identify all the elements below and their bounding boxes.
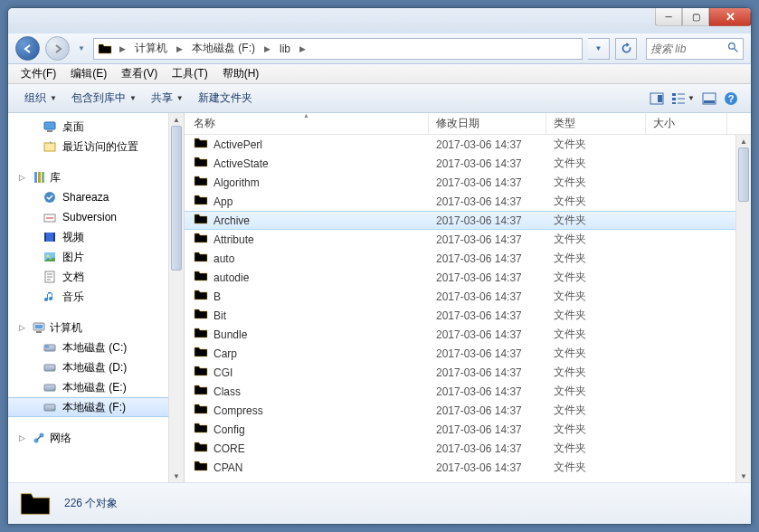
- sidebar-group-header[interactable]: ▷网络: [8, 428, 184, 448]
- column-size[interactable]: 大小: [646, 113, 727, 134]
- filelist-scrollbar[interactable]: ▲ ▼: [735, 135, 751, 482]
- share-button[interactable]: 共享▼: [144, 87, 191, 109]
- sidebar-item-label: 桌面: [62, 119, 84, 135]
- view-options-icon[interactable]: ▼: [668, 88, 698, 109]
- sidebar-item[interactable]: 本地磁盘 (C:): [8, 337, 184, 357]
- sidebar-scrollbar[interactable]: ▲ ▼: [168, 113, 184, 482]
- breadcrumb-segment[interactable]: lib: [274, 39, 296, 59]
- include-in-library-button[interactable]: 包含到库中▼: [64, 87, 144, 109]
- file-type: 文件夹: [546, 213, 646, 228]
- statusbar: 226 个对象: [8, 482, 751, 524]
- file-row[interactable]: Archive2017-03-06 14:37文件夹: [185, 211, 751, 230]
- expand-icon[interactable]: ▷: [19, 433, 28, 442]
- sidebar-item-label: 本地磁盘 (D:): [62, 360, 127, 375]
- sidebar-item-label: 最近访问的位置: [62, 139, 138, 155]
- file-date: 2017-03-06 14:37: [429, 252, 546, 265]
- breadcrumb-segment[interactable]: 计算机: [129, 39, 173, 59]
- scroll-down-icon[interactable]: ▼: [736, 470, 751, 482]
- file-row[interactable]: ActivePerl2017-03-06 14:37文件夹: [185, 135, 751, 154]
- chevron-right-icon[interactable]: ▶: [261, 44, 274, 53]
- sidebar-item[interactable]: 视频: [8, 227, 184, 247]
- new-folder-button[interactable]: 新建文件夹: [191, 87, 260, 109]
- chevron-right-icon[interactable]: ▶: [116, 44, 129, 53]
- file-row[interactable]: ActiveState2017-03-06 14:37文件夹: [185, 154, 751, 173]
- folder-icon: [194, 307, 208, 324]
- expand-icon[interactable]: ▷: [19, 323, 28, 332]
- sidebar-item-label: Shareaza: [62, 191, 109, 204]
- scroll-up-icon[interactable]: ▲: [169, 113, 184, 126]
- file-row[interactable]: Config2017-03-06 14:37文件夹: [185, 420, 751, 439]
- recent-icon: [43, 139, 57, 154]
- expand-icon[interactable]: ▷: [19, 173, 28, 182]
- titlebar[interactable]: ─ ▢ ✕: [8, 8, 751, 33]
- sidebar-item[interactable]: 本地磁盘 (D:): [8, 357, 184, 377]
- menu-item[interactable]: 工具(T): [165, 64, 214, 83]
- file-name: Attribute: [213, 233, 254, 246]
- folder-icon: [194, 402, 208, 419]
- chevron-right-icon[interactable]: ▶: [296, 44, 309, 53]
- file-name: autodie: [213, 271, 249, 284]
- folder-icon: [194, 250, 208, 267]
- sidebar-item[interactable]: 桌面: [8, 117, 184, 137]
- column-name[interactable]: 名称: [185, 113, 429, 134]
- search-box[interactable]: [646, 38, 744, 60]
- scroll-up-icon[interactable]: ▲: [736, 135, 751, 147]
- navbar: ▼ ▶ 计算机 ▶ 本地磁盘 (F:) ▶ lib ▶ ▼: [8, 33, 751, 64]
- sidebar-item[interactable]: 图片: [8, 247, 184, 267]
- close-button[interactable]: ✕: [709, 8, 751, 26]
- column-date[interactable]: 修改日期: [429, 113, 546, 134]
- menu-item[interactable]: 编辑(E): [63, 64, 114, 83]
- sidebar-item[interactable]: Subversion: [8, 207, 184, 227]
- file-row[interactable]: Bundle2017-03-06 14:37文件夹: [185, 325, 751, 344]
- file-row[interactable]: CGI2017-03-06 14:37文件夹: [185, 363, 751, 382]
- breadcrumb-segment[interactable]: 本地磁盘 (F:): [186, 39, 261, 59]
- file-row[interactable]: Bit2017-03-06 14:37文件夹: [185, 306, 751, 325]
- file-row[interactable]: Carp2017-03-06 14:37文件夹: [185, 344, 751, 363]
- file-row[interactable]: B2017-03-06 14:37文件夹: [185, 287, 751, 306]
- file-row[interactable]: auto2017-03-06 14:37文件夹: [185, 249, 751, 268]
- history-dropdown-icon[interactable]: ▼: [75, 38, 88, 60]
- chevron-down-icon: ▼: [176, 94, 184, 102]
- sidebar-item-label: 本地磁盘 (E:): [62, 380, 127, 395]
- file-row[interactable]: CPAN2017-03-06 14:37文件夹: [185, 458, 751, 477]
- address-bar[interactable]: ▶ 计算机 ▶ 本地磁盘 (F:) ▶ lib ▶: [93, 38, 583, 60]
- search-input[interactable]: [650, 43, 727, 55]
- organize-button[interactable]: 组织▼: [17, 87, 64, 109]
- details-pane-icon[interactable]: [698, 88, 720, 109]
- chevron-right-icon[interactable]: ▶: [173, 44, 186, 53]
- maximize-button[interactable]: ▢: [682, 8, 709, 26]
- help-icon[interactable]: ?: [720, 88, 742, 109]
- column-type[interactable]: 类型: [546, 113, 646, 134]
- sidebar-item[interactable]: 本地磁盘 (F:): [8, 397, 184, 417]
- back-button[interactable]: [15, 36, 40, 61]
- file-row[interactable]: Attribute2017-03-06 14:37文件夹: [185, 230, 751, 249]
- refresh-button[interactable]: [615, 38, 637, 60]
- folder-icon: [19, 488, 52, 520]
- sidebar-group-header[interactable]: ▷计算机: [8, 318, 184, 337]
- file-row[interactable]: Algorithm2017-03-06 14:37文件夹: [185, 173, 751, 192]
- sidebar-item[interactable]: 文档: [8, 267, 184, 287]
- sidebar-item[interactable]: 最近访问的位置: [8, 137, 184, 157]
- file-row[interactable]: CORE2017-03-06 14:37文件夹: [185, 439, 751, 458]
- forward-button[interactable]: [45, 36, 70, 61]
- refresh-dropdown[interactable]: ▼: [588, 38, 610, 60]
- file-row[interactable]: Class2017-03-06 14:37文件夹: [185, 382, 751, 401]
- search-icon[interactable]: [727, 42, 739, 56]
- sidebar-item[interactable]: Shareaza: [8, 187, 184, 207]
- sidebar-item[interactable]: 本地磁盘 (E:): [8, 377, 184, 397]
- preview-pane-icon[interactable]: [646, 88, 668, 109]
- minimize-button[interactable]: ─: [655, 8, 682, 26]
- scroll-thumb[interactable]: [171, 126, 182, 271]
- file-type: 文件夹: [546, 403, 646, 418]
- sidebar-item[interactable]: 音乐: [8, 287, 184, 307]
- scroll-down-icon[interactable]: ▼: [169, 470, 184, 482]
- file-row[interactable]: autodie2017-03-06 14:37文件夹: [185, 268, 751, 287]
- file-date: 2017-03-06 14:37: [429, 176, 546, 189]
- menu-item[interactable]: 文件(F): [14, 64, 63, 83]
- menu-item[interactable]: 查看(V): [114, 64, 165, 83]
- file-row[interactable]: App2017-03-06 14:37文件夹: [185, 192, 751, 211]
- file-row[interactable]: Compress2017-03-06 14:37文件夹: [185, 401, 751, 420]
- sidebar-group-header[interactable]: ▷库: [8, 167, 184, 187]
- menu-item[interactable]: 帮助(H): [215, 64, 267, 83]
- scroll-thumb[interactable]: [738, 147, 749, 202]
